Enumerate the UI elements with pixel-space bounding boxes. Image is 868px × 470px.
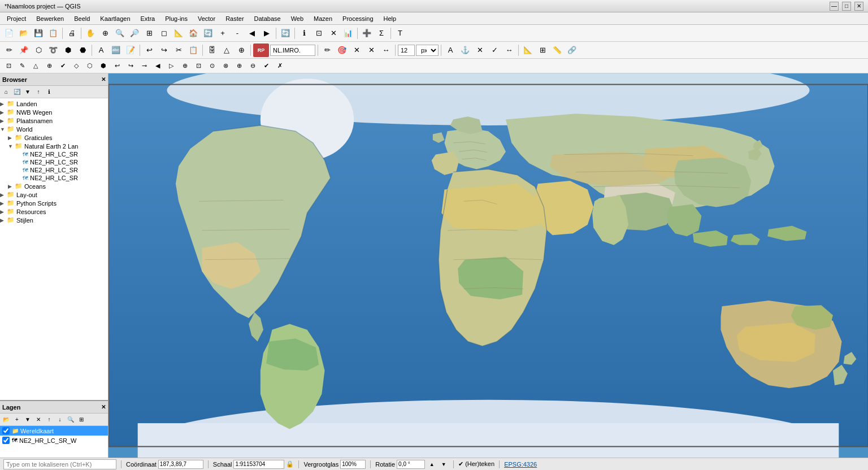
snap-toolbar-btn18[interactable]: ⊕ xyxy=(233,60,245,72)
layers-close-button[interactable]: ✕ xyxy=(101,404,106,410)
scale-input[interactable] xyxy=(233,460,284,469)
menu-item-web[interactable]: Web xyxy=(287,14,308,23)
browser-tree-item-lay-out[interactable]: ▶📁Lay-out xyxy=(0,190,108,199)
snap-toolbar-btn1[interactable]: ⊡ xyxy=(2,60,15,72)
refresh-button[interactable]: 🔄 xyxy=(279,27,292,40)
layer-checkbox-wereldkaart[interactable] xyxy=(2,427,10,434)
font-a-btn[interactable]: A xyxy=(444,43,457,57)
digitize-btn6[interactable]: ⬣ xyxy=(76,43,89,57)
snap-toolbar-btn17[interactable]: ⊗ xyxy=(219,60,232,72)
font-unit-select[interactable]: px xyxy=(416,45,439,56)
minimize-button[interactable]: — xyxy=(830,2,839,11)
menu-item-extra[interactable]: Extra xyxy=(136,14,160,23)
attribute-table-button[interactable]: 📊 xyxy=(341,27,355,40)
menu-item-raster[interactable]: Raster xyxy=(221,14,248,23)
zoom-to-layer-button[interactable]: 📐 xyxy=(172,27,185,40)
snap-toolbar-btn20[interactable]: ✔ xyxy=(260,60,272,72)
snap-toolbar-btn11[interactable]: ⊸ xyxy=(138,60,150,72)
paste-btn[interactable]: 📋 xyxy=(186,43,200,57)
browser-tree-item-resources[interactable]: ▶📁Resources xyxy=(0,207,108,216)
snap-toolbar-btn8[interactable]: ⬢ xyxy=(97,60,110,72)
snap-toolbar-btn4[interactable]: ⊕ xyxy=(43,60,55,72)
snap-toolbar-btn12[interactable]: ◀ xyxy=(151,60,164,72)
layout-btn1[interactable]: 📐 xyxy=(521,43,535,57)
browser-tree-item-ne2-3[interactable]: 🗺NE2_HR_LC_SR xyxy=(0,166,108,174)
menu-item-database[interactable]: Database xyxy=(250,14,285,23)
browser-tree-item-world[interactable]: ▼📁World xyxy=(0,125,108,133)
layer-checkbox-ne2_hr_lc_sr_w[interactable] xyxy=(2,437,10,444)
coordinate-input[interactable] xyxy=(158,460,203,469)
rotate-btn[interactable]: ↔ xyxy=(379,43,393,57)
zoom-to-selection-button[interactable]: ◻ xyxy=(157,27,171,40)
pan-to-selection-button[interactable]: ⊕ xyxy=(98,27,112,40)
layers-filter-button[interactable]: ▼ xyxy=(23,415,33,425)
layers-down-button[interactable]: ↓ xyxy=(55,415,65,425)
browser-tree-item-ne2-1[interactable]: 🗺NE2_HR_LC_SR xyxy=(0,150,108,158)
zoom-native-button[interactable]: 🔄 xyxy=(201,27,215,40)
snap-toolbar-btn19[interactable]: ⊖ xyxy=(246,60,259,72)
browser-filter-button[interactable]: ▼ xyxy=(23,87,33,97)
save-as-button[interactable]: 📋 xyxy=(46,27,60,40)
browser-expand-button[interactable]: ↑ xyxy=(33,87,44,97)
maximize-button[interactable]: □ xyxy=(842,2,851,11)
snap-toolbar-btn3[interactable]: △ xyxy=(29,60,42,72)
snap-toolbar-btn13[interactable]: ▷ xyxy=(165,60,177,72)
zoom-out-alt-button[interactable]: - xyxy=(231,27,244,40)
identify-button[interactable]: ℹ xyxy=(297,27,311,40)
rotate-up-button[interactable]: ▲ xyxy=(427,460,437,469)
db-btn[interactable]: 🗄 xyxy=(205,43,219,57)
save-project-button[interactable]: 💾 xyxy=(32,27,45,40)
rp-btn[interactable]: RP xyxy=(253,43,269,57)
cancel-btn[interactable]: ✕ xyxy=(473,43,487,57)
rotate-down-button[interactable]: ▼ xyxy=(439,460,449,469)
epsg-label[interactable]: EPSG:4326 xyxy=(504,461,537,468)
snap-toolbar-btn10[interactable]: ↪ xyxy=(124,60,137,72)
browser-collapse-button[interactable]: ℹ xyxy=(44,87,54,97)
rotate-input[interactable] xyxy=(397,460,425,469)
browser-tree-item-ne2-4[interactable]: 🗺NE2_HR_LC_SR xyxy=(0,174,108,182)
digitize-btn3[interactable]: ⬡ xyxy=(32,43,45,57)
browser-close-button[interactable]: ✕ xyxy=(101,76,106,82)
map-canvas[interactable] xyxy=(108,73,868,458)
menu-item-project[interactable]: Project xyxy=(2,14,31,23)
menu-item-kaartlagen[interactable]: Kaartlagen xyxy=(96,14,134,23)
snap-toolbar-btn6[interactable]: ◇ xyxy=(70,60,83,72)
pan-map-button[interactable]: ✋ xyxy=(84,27,97,40)
menu-item-vector[interactable]: Vector xyxy=(193,14,220,23)
back-button[interactable]: ◀ xyxy=(245,27,259,40)
browser-home-button[interactable]: ⌂ xyxy=(1,87,11,97)
snap-btn[interactable]: ✕ xyxy=(350,43,363,57)
layout-btn4[interactable]: 🔗 xyxy=(565,43,579,57)
layers-expand-button[interactable]: ⊞ xyxy=(76,415,86,425)
menu-item-help[interactable]: Help xyxy=(379,14,401,23)
layers-remove-button[interactable]: ✕ xyxy=(33,415,44,425)
select-button[interactable]: ⊡ xyxy=(312,27,326,40)
layers-filter2-button[interactable]: 🔍 xyxy=(66,415,76,425)
anchor-btn[interactable]: ⚓ xyxy=(458,43,472,57)
open-project-button[interactable]: 📂 xyxy=(17,27,31,40)
browser-tree-item-stijlen[interactable]: ▶📁Stijlen xyxy=(0,216,108,224)
layer-item-wereldkaart[interactable]: 📁Wereldkaart xyxy=(0,426,108,436)
zoom-full-button[interactable]: 🏠 xyxy=(186,27,200,40)
label-button[interactable]: T xyxy=(393,27,407,40)
menu-item-plug-ins[interactable]: Plug-ins xyxy=(160,14,192,23)
browser-tree-item-natural-earth[interactable]: ▼📁Natural Earth 2 Lan xyxy=(0,142,108,150)
undo-button[interactable]: ↩ xyxy=(142,43,156,57)
label-btn1[interactable]: A xyxy=(94,43,108,57)
menu-item-beeld[interactable]: Beeld xyxy=(70,14,94,23)
epsg-item[interactable]: EPSG:4326 xyxy=(504,461,537,468)
digitize-btn1[interactable]: ✏ xyxy=(2,43,16,57)
statistics-button[interactable]: Σ xyxy=(375,27,388,40)
snap-toolbar-btn15[interactable]: ⊡ xyxy=(192,60,205,72)
browser-tree-item-landen[interactable]: ▶📁Landen xyxy=(0,99,108,108)
snap-toolbar-btn2[interactable]: ✎ xyxy=(16,60,28,72)
move-btn[interactable]: ↔ xyxy=(502,43,516,57)
forward-button[interactable]: ▶ xyxy=(260,27,274,40)
zoom-in-button[interactable]: 🔍 xyxy=(113,27,127,40)
deselect-button[interactable]: ✕ xyxy=(327,27,340,40)
redo-button[interactable]: ↪ xyxy=(157,43,171,57)
snap-toolbar-btn9[interactable]: ↩ xyxy=(111,60,123,72)
snap-toolbar-btn14[interactable]: ⊕ xyxy=(179,60,191,72)
accept-btn[interactable]: ✓ xyxy=(488,43,501,57)
layout-btn2[interactable]: ⊞ xyxy=(536,43,549,57)
